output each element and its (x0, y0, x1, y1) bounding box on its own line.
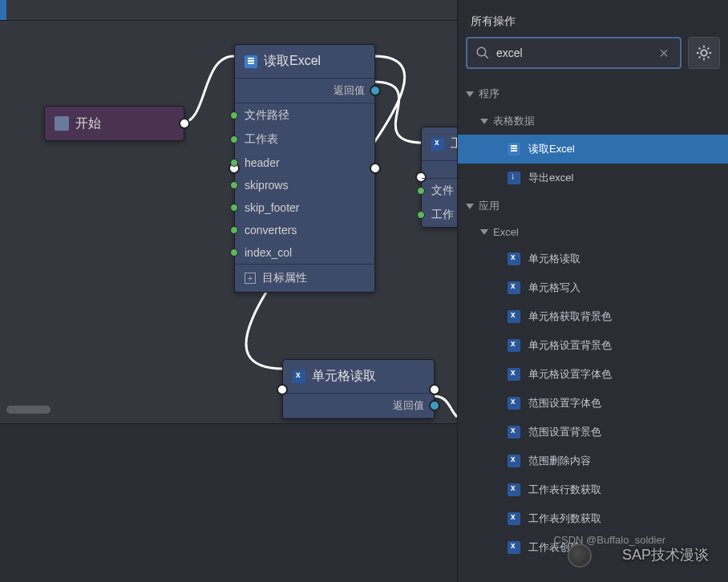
param-label: 文件 (431, 184, 454, 198)
node-param: skiprows (235, 174, 374, 196)
excel-icon (508, 281, 520, 294)
search-box[interactable]: × (466, 37, 681, 69)
tree-group-excel[interactable]: Excel (458, 220, 728, 245)
tree-item[interactable]: 单元格读取 (458, 245, 728, 273)
tree-item[interactable]: 单元格获取背景色 (458, 302, 728, 331)
param-label: 文件路径 (245, 108, 289, 123)
operations-tree: 程序 表格数据 读取Excel 导出excel 应用 Excel 单元格读取单元… (458, 80, 728, 562)
param-label: skip_footer (245, 201, 299, 214)
port-out[interactable] (179, 118, 190, 129)
chevron-down-icon (466, 204, 474, 209)
node-param: 工作表 (235, 127, 374, 152)
bottom-panel (0, 423, 457, 582)
port-return[interactable] (370, 85, 381, 96)
excel-icon (431, 138, 444, 151)
group-label: 表格数据 (493, 114, 535, 128)
node-param: 文件路径 (235, 103, 374, 127)
port-param[interactable] (230, 111, 238, 119)
search-input[interactable] (490, 46, 656, 59)
horizontal-scrollbar[interactable] (6, 406, 51, 414)
param-label: converters (245, 224, 297, 236)
node-param: skip_footer (235, 196, 374, 219)
node-param: converters (235, 219, 374, 241)
node-start[interactable]: 开始 (44, 106, 184, 141)
tree-item-export-excel[interactable]: 导出excel (458, 164, 728, 192)
excel-icon (508, 253, 520, 265)
export-icon (508, 172, 520, 184)
excel-icon (245, 55, 257, 68)
node-attr-row[interactable]: + 目标属性 (235, 264, 374, 292)
item-label: 单元格获取背景色 (528, 309, 612, 324)
attr-label: 目标属性 (262, 271, 307, 285)
chevron-down-icon (480, 119, 488, 124)
item-label: 单元格写入 (528, 281, 580, 295)
param-label: index_col (245, 246, 292, 259)
port-param[interactable] (417, 187, 425, 195)
tree-item[interactable]: 工作表列数获取 (458, 504, 728, 533)
port-param[interactable] (230, 249, 238, 257)
tree-item[interactable]: 单元格设置字体色 (458, 360, 728, 389)
tree-item[interactable]: 工作表行数获取 (458, 475, 728, 504)
item-label: 范围删除内容 (528, 454, 591, 468)
node-title: 单元格读取 (312, 368, 376, 385)
group-label: 程序 (479, 87, 499, 101)
port-param[interactable] (230, 204, 238, 212)
node-canvas[interactable]: 开始 读取Excel 返回值 文件路径工作表headerskiprowsskip… (0, 0, 457, 582)
tree-group-program[interactable]: 程序 (458, 80, 728, 107)
port-param[interactable] (230, 135, 238, 143)
port-param[interactable] (230, 181, 238, 189)
group-label: 应用 (479, 199, 499, 213)
tree-item[interactable]: 范围设置背景色 (458, 418, 728, 447)
port-param[interactable] (230, 159, 238, 167)
search-icon (475, 46, 490, 60)
param-label: 工作 (431, 208, 454, 222)
tree-group-tabledata[interactable]: 表格数据 (458, 107, 728, 135)
param-label: header (245, 156, 280, 169)
node-return: 返回值 (235, 79, 374, 103)
operations-panel: 所有操作 × 程序 表格数据 读取Excel (457, 0, 728, 582)
item-label: 单元格设置字体色 (528, 367, 612, 382)
chevron-down-icon (466, 91, 474, 97)
node-title: 读取Excel (264, 53, 321, 70)
tree-group-app[interactable]: 应用 (458, 192, 728, 220)
excel-icon (293, 370, 305, 383)
item-label: 工作表行数获取 (528, 483, 601, 497)
node-cell-read[interactable]: 单元格读取 返回值 (282, 359, 435, 419)
tree-item[interactable]: 范围设置字体色 (458, 389, 728, 418)
param-label: skiprows (245, 179, 288, 192)
return-label: 返回值 (393, 398, 424, 413)
node-header: 单元格读取 (283, 360, 434, 394)
node-param: index_col (235, 241, 374, 264)
svg-line-1 (484, 55, 488, 59)
tree-item[interactable]: 单元格设置背景色 (458, 331, 728, 360)
item-label: 范围设置背景色 (528, 425, 601, 439)
tree-item[interactable]: 范围删除内容 (458, 447, 728, 475)
excel-icon (508, 455, 520, 467)
start-icon (55, 116, 69, 131)
excel-icon (508, 397, 520, 410)
panel-title: 所有操作 (458, 0, 728, 37)
item-label: 工作表列数获取 (528, 511, 601, 526)
tree-item-read-excel[interactable]: 读取Excel (458, 135, 728, 164)
port-return[interactable] (429, 400, 440, 411)
excel-icon (508, 512, 520, 525)
clear-search-icon[interactable]: × (656, 44, 672, 63)
gear-icon (695, 44, 713, 62)
node-start-title: 开始 (75, 115, 101, 132)
settings-button[interactable] (688, 37, 720, 69)
node-read-excel[interactable]: 读取Excel 返回值 文件路径工作表headerskiprowsskip_fo… (234, 44, 375, 293)
group-label: Excel (493, 226, 519, 238)
watermark-text: SAP技术漫谈 (622, 545, 709, 564)
excel-icon (508, 310, 520, 323)
svg-point-2 (701, 50, 706, 55)
port-param[interactable] (417, 211, 425, 219)
svg-point-0 (477, 47, 486, 56)
port-param[interactable] (230, 226, 238, 234)
node-param: header (235, 152, 374, 174)
watermark-logo (568, 544, 592, 568)
plus-icon[interactable]: + (245, 273, 256, 284)
tree-item[interactable]: 单元格写入 (458, 273, 728, 302)
watermark-sub: CSDN @Buffalo_soldier (554, 534, 665, 546)
excel-icon (508, 339, 520, 352)
node-return: 返回值 (283, 394, 434, 418)
